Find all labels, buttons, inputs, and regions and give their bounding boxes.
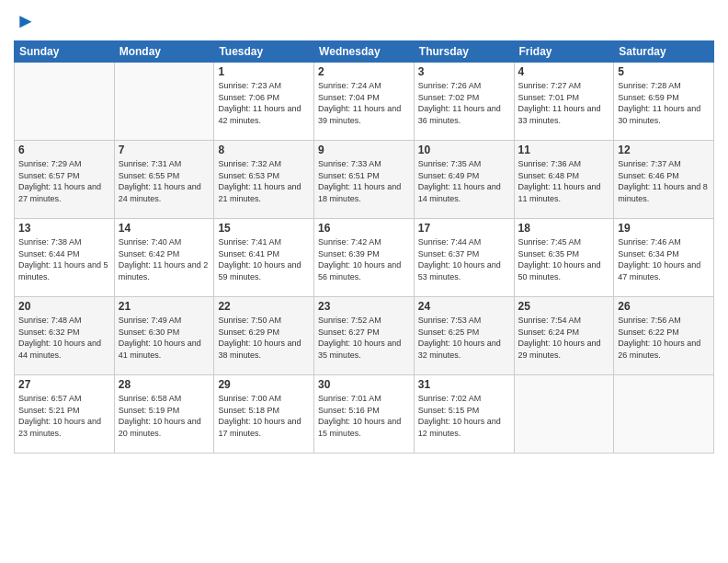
- day-number: 22: [218, 300, 310, 313]
- day-header-wednesday: Wednesday: [314, 41, 415, 63]
- calendar-cell: 31Sunrise: 7:02 AM Sunset: 5:15 PM Dayli…: [414, 375, 514, 454]
- day-number: 28: [119, 378, 210, 391]
- day-number: 21: [119, 300, 210, 313]
- logo: ►: [14, 9, 36, 33]
- day-number: 14: [119, 222, 210, 235]
- day-info: Sunrise: 7:53 AM Sunset: 6:25 PM Dayligh…: [418, 315, 510, 361]
- week-row-5: 27Sunrise: 6:57 AM Sunset: 5:21 PM Dayli…: [15, 375, 714, 454]
- calendar-cell: 16Sunrise: 7:42 AM Sunset: 6:39 PM Dayli…: [314, 219, 415, 297]
- day-number: 27: [18, 378, 110, 391]
- day-number: 2: [318, 65, 410, 78]
- day-info: Sunrise: 7:29 AM Sunset: 6:57 PM Dayligh…: [18, 158, 110, 204]
- day-info: Sunrise: 7:02 AM Sunset: 5:15 PM Dayligh…: [418, 393, 510, 439]
- day-info: Sunrise: 7:50 AM Sunset: 6:29 PM Dayligh…: [218, 315, 310, 361]
- calendar-cell: 3Sunrise: 7:26 AM Sunset: 7:02 PM Daylig…: [414, 63, 514, 141]
- day-number: 13: [18, 222, 110, 235]
- calendar-cell: 24Sunrise: 7:53 AM Sunset: 6:25 PM Dayli…: [414, 297, 514, 375]
- calendar-cell: 26Sunrise: 7:56 AM Sunset: 6:22 PM Dayli…: [614, 297, 714, 375]
- day-info: Sunrise: 6:58 AM Sunset: 5:19 PM Dayligh…: [119, 393, 210, 439]
- day-header-monday: Monday: [114, 41, 214, 63]
- calendar-cell: [15, 63, 115, 141]
- day-number: 3: [418, 65, 510, 78]
- day-info: Sunrise: 7:23 AM Sunset: 7:06 PM Dayligh…: [218, 80, 310, 126]
- day-header-friday: Friday: [514, 41, 614, 63]
- week-row-3: 13Sunrise: 7:38 AM Sunset: 6:44 PM Dayli…: [15, 219, 714, 297]
- day-number: 19: [618, 222, 710, 235]
- calendar-cell: 19Sunrise: 7:46 AM Sunset: 6:34 PM Dayli…: [614, 219, 714, 297]
- day-number: 12: [618, 144, 710, 156]
- day-info: Sunrise: 7:44 AM Sunset: 6:37 PM Dayligh…: [418, 236, 510, 282]
- calendar-cell: 18Sunrise: 7:45 AM Sunset: 6:35 PM Dayli…: [514, 219, 614, 297]
- calendar-cell: 17Sunrise: 7:44 AM Sunset: 6:37 PM Dayli…: [414, 219, 514, 297]
- calendar-cell: 14Sunrise: 7:40 AM Sunset: 6:42 PM Dayli…: [114, 219, 214, 297]
- day-info: Sunrise: 7:37 AM Sunset: 6:46 PM Dayligh…: [618, 158, 710, 204]
- calendar-cell: 20Sunrise: 7:48 AM Sunset: 6:32 PM Dayli…: [15, 297, 115, 375]
- day-number: 11: [518, 144, 610, 156]
- day-number: 31: [418, 378, 510, 391]
- day-info: Sunrise: 7:41 AM Sunset: 6:41 PM Dayligh…: [218, 236, 310, 282]
- calendar-cell: 27Sunrise: 6:57 AM Sunset: 5:21 PM Dayli…: [15, 375, 115, 454]
- calendar-cell: 28Sunrise: 6:58 AM Sunset: 5:19 PM Dayli…: [114, 375, 214, 454]
- calendar-cell: 5Sunrise: 7:28 AM Sunset: 6:59 PM Daylig…: [614, 63, 714, 141]
- calendar-cell: [514, 375, 614, 454]
- day-number: 30: [318, 378, 410, 391]
- day-info: Sunrise: 6:57 AM Sunset: 5:21 PM Dayligh…: [18, 393, 110, 439]
- calendar-cell: 30Sunrise: 7:01 AM Sunset: 5:16 PM Dayli…: [314, 375, 415, 454]
- day-header-saturday: Saturday: [614, 41, 714, 63]
- day-number: 8: [218, 144, 310, 156]
- calendar-cell: 15Sunrise: 7:41 AM Sunset: 6:41 PM Dayli…: [214, 219, 314, 297]
- day-number: 17: [418, 222, 510, 235]
- day-number: 20: [18, 300, 110, 313]
- day-info: Sunrise: 7:42 AM Sunset: 6:39 PM Dayligh…: [318, 236, 410, 282]
- day-number: 29: [218, 378, 310, 391]
- calendar-cell: [114, 63, 214, 141]
- day-info: Sunrise: 7:48 AM Sunset: 6:32 PM Dayligh…: [18, 315, 110, 361]
- day-number: 10: [418, 144, 510, 156]
- calendar-cell: 23Sunrise: 7:52 AM Sunset: 6:27 PM Dayli…: [314, 297, 415, 375]
- week-row-1: 1Sunrise: 7:23 AM Sunset: 7:06 PM Daylig…: [15, 63, 714, 141]
- calendar-cell: 6Sunrise: 7:29 AM Sunset: 6:57 PM Daylig…: [15, 141, 115, 219]
- day-info: Sunrise: 7:49 AM Sunset: 6:30 PM Dayligh…: [119, 315, 210, 361]
- day-number: 26: [618, 300, 710, 313]
- day-info: Sunrise: 7:00 AM Sunset: 5:18 PM Dayligh…: [218, 393, 310, 439]
- day-info: Sunrise: 7:01 AM Sunset: 5:16 PM Dayligh…: [318, 393, 410, 439]
- day-info: Sunrise: 7:27 AM Sunset: 7:01 PM Dayligh…: [518, 80, 610, 126]
- calendar-cell: 21Sunrise: 7:49 AM Sunset: 6:30 PM Dayli…: [114, 297, 214, 375]
- day-header-thursday: Thursday: [414, 41, 514, 63]
- calendar-cell: 8Sunrise: 7:32 AM Sunset: 6:53 PM Daylig…: [214, 141, 314, 219]
- day-info: Sunrise: 7:54 AM Sunset: 6:24 PM Dayligh…: [518, 315, 610, 361]
- day-number: 9: [318, 144, 410, 156]
- day-info: Sunrise: 7:40 AM Sunset: 6:42 PM Dayligh…: [119, 236, 210, 282]
- logo-icon: ►: [16, 9, 36, 33]
- calendar-cell: 10Sunrise: 7:35 AM Sunset: 6:49 PM Dayli…: [414, 141, 514, 219]
- day-number: 25: [518, 300, 610, 313]
- page-header: ►: [14, 9, 714, 33]
- day-number: 1: [218, 65, 310, 78]
- day-info: Sunrise: 7:52 AM Sunset: 6:27 PM Dayligh…: [318, 315, 410, 361]
- calendar-table: SundayMondayTuesdayWednesdayThursdayFrid…: [14, 40, 714, 454]
- calendar-cell: 22Sunrise: 7:50 AM Sunset: 6:29 PM Dayli…: [214, 297, 314, 375]
- day-info: Sunrise: 7:26 AM Sunset: 7:02 PM Dayligh…: [418, 80, 510, 126]
- calendar-cell: 7Sunrise: 7:31 AM Sunset: 6:55 PM Daylig…: [114, 141, 214, 219]
- day-number: 16: [318, 222, 410, 235]
- day-info: Sunrise: 7:28 AM Sunset: 6:59 PM Dayligh…: [618, 80, 710, 126]
- calendar-cell: [614, 375, 714, 454]
- day-number: 5: [618, 65, 710, 78]
- week-row-2: 6Sunrise: 7:29 AM Sunset: 6:57 PM Daylig…: [15, 141, 714, 219]
- day-number: 15: [218, 222, 310, 235]
- day-info: Sunrise: 7:38 AM Sunset: 6:44 PM Dayligh…: [18, 236, 110, 282]
- calendar-cell: 1Sunrise: 7:23 AM Sunset: 7:06 PM Daylig…: [214, 63, 314, 141]
- day-info: Sunrise: 7:33 AM Sunset: 6:51 PM Dayligh…: [318, 158, 410, 204]
- day-info: Sunrise: 7:32 AM Sunset: 6:53 PM Dayligh…: [218, 158, 310, 204]
- day-number: 24: [418, 300, 510, 313]
- calendar-cell: 29Sunrise: 7:00 AM Sunset: 5:18 PM Dayli…: [214, 375, 314, 454]
- calendar-cell: 4Sunrise: 7:27 AM Sunset: 7:01 PM Daylig…: [514, 63, 614, 141]
- day-number: 4: [518, 65, 610, 78]
- day-header-sunday: Sunday: [15, 41, 115, 63]
- calendar-cell: 9Sunrise: 7:33 AM Sunset: 6:51 PM Daylig…: [314, 141, 415, 219]
- day-header-tuesday: Tuesday: [214, 41, 314, 63]
- day-number: 18: [518, 222, 610, 235]
- calendar-cell: 11Sunrise: 7:36 AM Sunset: 6:48 PM Dayli…: [514, 141, 614, 219]
- days-header-row: SundayMondayTuesdayWednesdayThursdayFrid…: [15, 41, 714, 63]
- calendar-cell: 12Sunrise: 7:37 AM Sunset: 6:46 PM Dayli…: [614, 141, 714, 219]
